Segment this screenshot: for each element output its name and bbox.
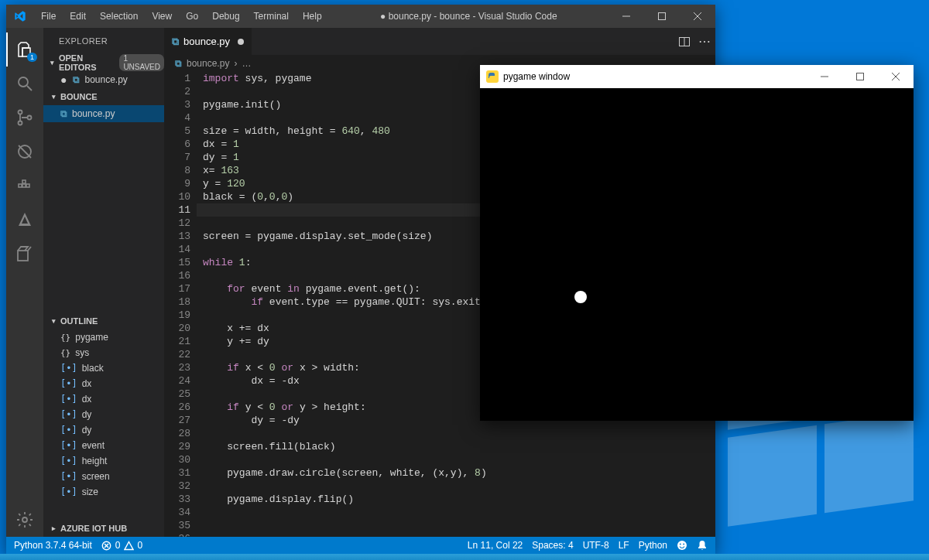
outline-item[interactable]: [•]dx [43, 376, 164, 391]
source-control-icon[interactable] [6, 101, 43, 135]
ball [574, 291, 587, 303]
namespace-icon: {} [60, 348, 70, 358]
chevron-down-icon: ▾ [48, 317, 59, 325]
folder-header[interactable]: ▾ BOUNCE [43, 88, 164, 105]
variable-icon: [•] [60, 378, 77, 389]
outline-item[interactable]: [•]screen [43, 469, 164, 484]
variable-icon: [•] [60, 471, 77, 482]
close-button[interactable] [680, 5, 715, 28]
svg-point-8 [28, 116, 32, 120]
python-file-icon: ⧉ [172, 36, 179, 48]
menu-selection[interactable]: Selection [93, 5, 145, 28]
line-numbers: 1234567891011121314151617181920212223242… [164, 72, 200, 537]
outline-label: dy [82, 425, 92, 435]
outline-label: pygame [75, 332, 108, 343]
menu-go[interactable]: Go [179, 5, 205, 28]
azure-icon[interactable] [6, 203, 43, 237]
python-file-icon: ⧉ [60, 108, 67, 119]
warning-icon [123, 540, 134, 551]
outline-item[interactable]: [•]dy [43, 407, 164, 422]
error-icon [101, 540, 112, 551]
outline-item[interactable]: [•]event [43, 438, 164, 453]
chevron-down-icon: ▾ [48, 59, 57, 67]
pygame-minimize-button[interactable] [807, 65, 842, 88]
search-icon[interactable] [6, 67, 43, 101]
svg-point-22 [677, 541, 687, 550]
variable-icon: [•] [60, 363, 77, 374]
file-label: bounce.py [84, 74, 127, 85]
sb-eol[interactable]: LF [619, 540, 629, 551]
outline-label: screen [82, 471, 110, 482]
sb-language[interactable]: Python [639, 540, 667, 551]
pygame-window: pygame window [480, 65, 914, 421]
docker-icon[interactable] [6, 169, 43, 203]
maximize-button[interactable] [644, 5, 680, 28]
variable-icon: [•] [60, 487, 77, 497]
open-editors-header[interactable]: ▾ OPEN EDITORS 1 UNSAVED [43, 54, 164, 71]
vscode-icon [14, 10, 26, 22]
explorer-icon[interactable]: 1 [6, 32, 43, 67]
outline-item[interactable]: [•]dy [43, 422, 164, 438]
menu-view[interactable]: View [145, 5, 179, 28]
svg-point-4 [19, 77, 28, 87]
more-icon[interactable]: ⋯ [698, 34, 711, 49]
outline-list: {}pygame{}sys[•]black[•]dx[•]dx[•]dy[•]d… [43, 330, 164, 520]
sb-cursor[interactable]: Ln 11, Col 22 [468, 540, 523, 551]
outline-item[interactable]: [•]height [43, 453, 164, 469]
pygame-icon [486, 70, 499, 83]
tab-bounce[interactable]: ⧉ bounce.py [164, 28, 252, 55]
outline-label: height [82, 456, 108, 466]
chevron-down-icon: ▾ [48, 93, 59, 101]
settings-icon[interactable] [6, 503, 43, 537]
svg-rect-15 [18, 251, 28, 261]
python-file-icon: ⧉ [175, 58, 182, 69]
debug-icon[interactable] [6, 135, 43, 169]
azure-header[interactable]: ▸ AZURE IOT HUB [43, 520, 164, 537]
pygame-title: pygame window [503, 71, 570, 82]
sb-problems[interactable]: 0 0 [101, 540, 142, 551]
menu-edit[interactable]: Edit [63, 5, 93, 28]
svg-rect-13 [22, 180, 26, 183]
file-label: bounce.py [72, 108, 115, 119]
tab-label: bounce.py [183, 36, 230, 47]
outline-label: size [82, 487, 98, 497]
outline-label: event [82, 440, 105, 451]
outline-item[interactable]: {}sys [43, 345, 164, 360]
outline-item[interactable]: {}pygame [43, 330, 164, 345]
sb-feedback-icon[interactable] [677, 540, 687, 551]
menu-terminal[interactable]: Terminal [247, 5, 296, 28]
sb-python-env[interactable]: Python 3.7.4 64-bit [14, 540, 92, 551]
pygame-maximize-button[interactable] [842, 65, 878, 88]
svg-point-24 [683, 544, 684, 545]
outline-item[interactable]: [•]black [43, 360, 164, 376]
menu-file[interactable]: File [34, 5, 63, 28]
outline-item[interactable]: [•]size [43, 484, 164, 500]
svg-point-6 [19, 111, 22, 114]
variable-icon: [•] [60, 394, 77, 405]
outline-label: dx [82, 378, 92, 389]
tab-actions: ⋯ [678, 28, 715, 55]
explorer-badge: 1 [27, 53, 37, 62]
outline-header[interactable]: ▾ OUTLINE [43, 312, 164, 330]
minimize-button[interactable] [608, 5, 644, 28]
window-title: ● bounce.py - bounce - Visual Studio Cod… [329, 11, 608, 22]
pygame-close-button[interactable] [878, 65, 914, 88]
chevron-right-icon: ▸ [48, 524, 59, 532]
menu-help[interactable]: Help [296, 5, 329, 28]
activity-bar: 1 [6, 28, 43, 537]
sb-encoding[interactable]: UTF-8 [583, 540, 609, 551]
split-editor-icon[interactable] [678, 36, 691, 48]
menu-debug[interactable]: Debug [205, 5, 246, 28]
file-tree-item[interactable]: ⧉ bounce.py [43, 105, 164, 122]
extensions-icon[interactable] [6, 237, 43, 271]
modified-dot-icon [238, 39, 244, 45]
namespace-icon: {} [60, 333, 70, 343]
variable-icon: [•] [60, 440, 77, 451]
outline-item[interactable]: [•]dx [43, 391, 164, 407]
outline-label: dy [82, 409, 92, 420]
sb-spaces[interactable]: Spaces: 4 [532, 540, 573, 551]
open-editor-item[interactable]: ● ⧉ bounce.py [43, 71, 164, 88]
sb-bell-icon[interactable] [697, 540, 708, 551]
taskbar[interactable] [0, 554, 929, 560]
unsaved-badge: 1 UNSAVED [119, 54, 164, 71]
